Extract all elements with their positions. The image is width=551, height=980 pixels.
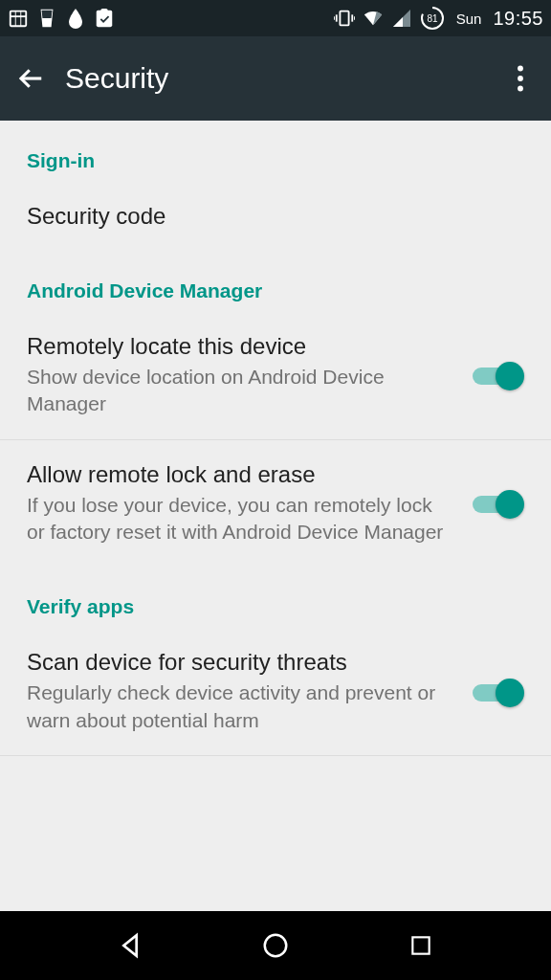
row-subtitle: Regularly check device activity and prev… [27, 679, 452, 734]
section-header-verify: Verify apps [0, 567, 551, 628]
svg-rect-5 [340, 11, 348, 26]
battery-circle-icon: 81 [420, 8, 445, 29]
overflow-menu-button[interactable] [499, 57, 541, 100]
clipboard-check-icon [94, 8, 115, 29]
content-scroll[interactable]: Sign-in Security code Android Device Man… [0, 121, 551, 756]
row-subtitle: Show device location on Android Device M… [27, 364, 452, 418]
svg-text:81: 81 [427, 13, 438, 24]
row-remote-locate[interactable]: Remotely locate this device Show device … [0, 312, 551, 439]
divider [0, 755, 551, 756]
row-scan-threats[interactable]: Scan device for security threats Regular… [0, 628, 551, 755]
nav-recent-button[interactable] [398, 923, 444, 969]
switch-remote-lock[interactable] [467, 486, 524, 521]
row-title: Scan device for security threats [27, 649, 452, 676]
svg-point-14 [518, 76, 523, 81]
calendar-icon [8, 8, 29, 29]
app-toolbar: Security [0, 36, 551, 121]
section-header-adm: Android Device Manager [0, 251, 551, 312]
navigation-bar [0, 911, 551, 980]
switch-scan-threats[interactable] [467, 675, 524, 709]
row-remote-lock[interactable]: Allow remote lock and erase If you lose … [0, 440, 551, 568]
svg-point-13 [518, 66, 523, 72]
nav-home-button[interactable] [253, 923, 298, 969]
svg-rect-4 [100, 9, 107, 13]
nav-back-button[interactable] [107, 923, 153, 969]
svg-point-15 [518, 86, 523, 92]
status-time: 19:55 [493, 8, 543, 30]
svg-point-16 [265, 935, 287, 957]
page-title: Security [65, 62, 168, 95]
section-header-signin: Sign-in [0, 121, 551, 182]
row-subtitle: If you lose your device, you can remotel… [27, 492, 452, 546]
drop-icon [65, 8, 86, 29]
switch-remote-locate[interactable] [467, 358, 524, 392]
svg-rect-17 [412, 937, 429, 953]
status-day: Sun [456, 11, 482, 27]
signal-icon [391, 8, 412, 29]
back-button[interactable] [10, 57, 52, 100]
row-title: Security code [27, 203, 509, 230]
row-title: Allow remote lock and erase [27, 461, 452, 488]
wifi-icon [363, 8, 384, 29]
vibrate-icon [334, 8, 355, 29]
row-title: Remotely locate this device [27, 333, 452, 360]
row-security-code[interactable]: Security code [0, 182, 551, 251]
status-bar: 81 Sun 19:55 [0, 0, 551, 36]
svg-rect-0 [11, 11, 27, 27]
glass-icon [36, 8, 57, 29]
